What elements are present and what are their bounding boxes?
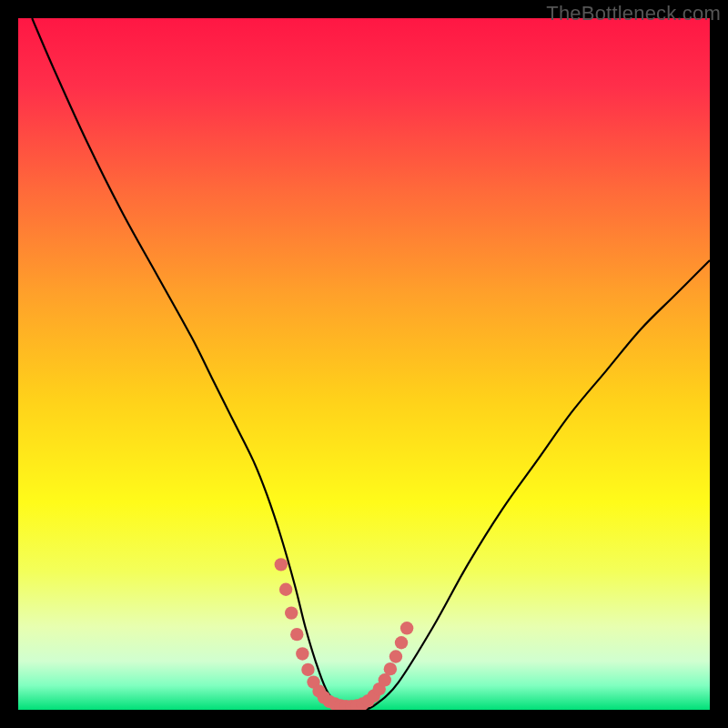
- outer-frame: TheBottleneck.com: [0, 0, 728, 728]
- marker-dot: [290, 628, 303, 641]
- marker-dot: [389, 650, 402, 662]
- marker-dot: [301, 663, 314, 676]
- plot-area: [18, 18, 710, 710]
- chart-canvas: [18, 18, 710, 710]
- marker-dot: [400, 622, 413, 634]
- marker-dot: [285, 606, 298, 619]
- gradient-background: [18, 18, 710, 710]
- marker-dot: [384, 662, 397, 675]
- marker-dot: [279, 583, 292, 596]
- watermark-text: TheBottleneck.com: [546, 2, 721, 25]
- marker-dot: [275, 558, 288, 571]
- marker-dot: [296, 647, 308, 660]
- marker-dot: [395, 636, 408, 649]
